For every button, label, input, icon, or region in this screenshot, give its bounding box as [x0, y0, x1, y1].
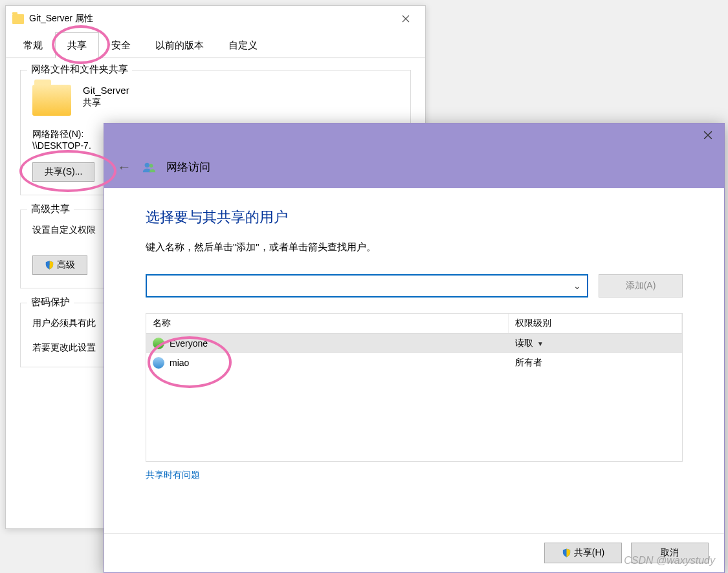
user-name-cell: miao — [146, 353, 509, 373]
network-access-window: ← 网络访问 选择要与其共享的用户 键入名称，然后单击"添加"，或者单击箭头查找… — [104, 123, 725, 573]
shield-icon — [562, 548, 571, 558]
footer-share-label: 共享(H) — [574, 547, 604, 559]
share-status: 共享 — [83, 97, 129, 109]
advanced-share-button[interactable]: 高级 — [32, 255, 87, 275]
share-nav-title: 网络访问 — [166, 160, 210, 175]
svg-point-0 — [145, 162, 149, 167]
user-input[interactable] — [147, 276, 568, 296]
user-name-cell: Everyone — [146, 334, 509, 353]
share-button[interactable]: 共享(S)... — [32, 162, 94, 182]
properties-titlebar: Git_Server 属性 — [6, 6, 425, 32]
share-header: ← 网络访问 — [104, 124, 724, 188]
tabs: 常规 共享 安全 以前的版本 自定义 — [6, 32, 425, 58]
table-row[interactable]: miao所有者 — [146, 353, 682, 373]
share-hint: 键入名称，然后单击"添加"，或者单击箭头查找用户。 — [146, 241, 683, 254]
folder-icon — [32, 85, 71, 116]
svg-point-1 — [149, 164, 153, 168]
share-heading: 选择要与其共享的用户 — [146, 208, 683, 227]
table-row[interactable]: Everyone读取 — [146, 334, 682, 353]
people-icon — [142, 160, 156, 175]
user-name-label: miao — [170, 358, 189, 368]
close-button[interactable] — [692, 124, 724, 146]
tab-sharing[interactable]: 共享 — [55, 32, 99, 58]
user-permission-table: 名称 权限级别 Everyone读取miao所有者 — [146, 313, 683, 462]
col-perm-header[interactable]: 权限级别 — [509, 314, 682, 333]
user-name-label: Everyone — [170, 338, 208, 349]
tab-previous-versions[interactable]: 以前的版本 — [143, 32, 216, 58]
permission-cell[interactable]: 读取 — [509, 334, 682, 353]
add-button[interactable]: 添加(A) — [599, 274, 683, 297]
col-name-header[interactable]: 名称 — [146, 314, 509, 333]
group-legend: 网络文件和文件夹共享 — [27, 63, 132, 76]
folder-icon — [12, 14, 24, 24]
user-icon — [153, 338, 164, 349]
tab-general[interactable]: 常规 — [11, 32, 55, 58]
group-legend: 密码保护 — [27, 296, 74, 308]
advanced-button-label: 高级 — [57, 259, 75, 271]
sharing-trouble-link[interactable]: 共享时有问题 — [146, 470, 683, 481]
share-body: 选择要与其共享的用户 键入名称，然后单击"添加"，或者单击箭头查找用户。 ⌄ 添… — [104, 188, 724, 533]
user-combobox[interactable]: ⌄ — [146, 274, 588, 297]
properties-title: Git_Server 属性 — [29, 13, 93, 25]
chevron-down-icon[interactable]: ⌄ — [568, 281, 587, 291]
user-icon — [153, 357, 164, 369]
group-legend: 高级共享 — [27, 203, 74, 215]
back-arrow-icon[interactable]: ← — [117, 159, 131, 176]
shield-icon — [45, 260, 54, 270]
tab-customize[interactable]: 自定义 — [216, 32, 270, 58]
table-header: 名称 权限级别 — [146, 314, 682, 334]
tab-security[interactable]: 安全 — [99, 32, 143, 58]
close-button[interactable] — [393, 9, 419, 28]
folder-name: Git_Server — [83, 85, 129, 96]
permission-cell[interactable]: 所有者 — [509, 353, 682, 373]
watermark: CSDN @waxystudy — [624, 555, 715, 567]
footer-share-button[interactable]: 共享(H) — [544, 543, 622, 563]
